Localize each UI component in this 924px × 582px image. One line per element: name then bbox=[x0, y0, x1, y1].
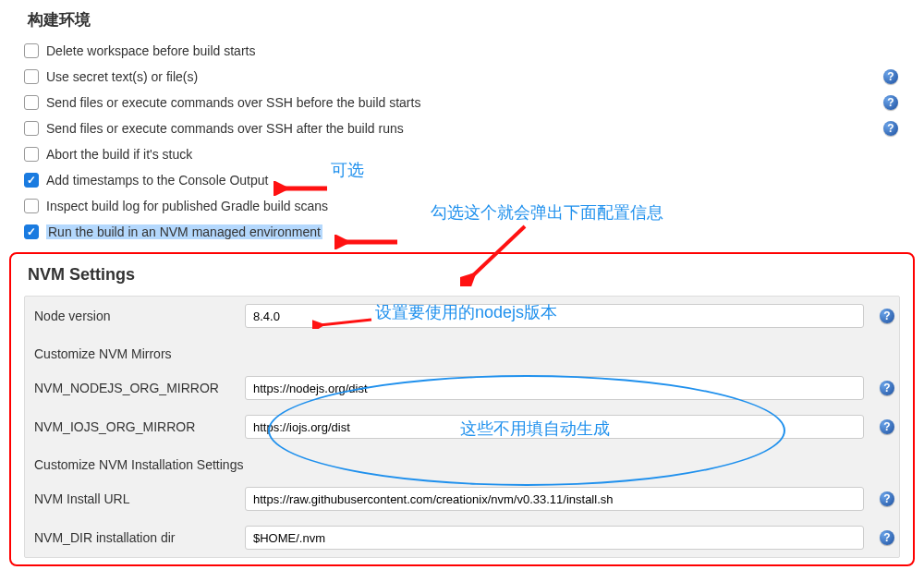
row-customize-mirrors: Customize NVM Mirrors bbox=[25, 335, 899, 369]
option-abort-stuck[interactable]: Abort the build if it's stuck bbox=[24, 141, 900, 167]
option-ssh-after[interactable]: Send files or execute commands over SSH … bbox=[24, 115, 900, 141]
nodejs-mirror-input[interactable] bbox=[245, 376, 864, 400]
node-version-input[interactable] bbox=[245, 304, 864, 328]
build-environment-options: Delete workspace before build starts Use… bbox=[0, 38, 924, 245]
checkbox-icon[interactable] bbox=[24, 199, 39, 213]
checkbox-icon[interactable] bbox=[24, 224, 39, 239]
help-icon[interactable] bbox=[880, 491, 894, 506]
option-nvm-managed[interactable]: Run the build in an NVM managed environm… bbox=[24, 219, 900, 245]
checkbox-icon[interactable] bbox=[24, 69, 39, 84]
field-label: Node version bbox=[34, 309, 245, 323]
checkbox-icon[interactable] bbox=[24, 121, 39, 136]
checkbox-icon[interactable] bbox=[24, 147, 39, 162]
help-icon[interactable] bbox=[880, 530, 894, 545]
option-secret-text[interactable]: Use secret text(s) or file(s) bbox=[24, 64, 900, 90]
row-iojs-mirror: NVM_IOJS_ORG_MIRROR bbox=[25, 407, 899, 446]
row-node-version: Node version bbox=[25, 297, 899, 335]
option-delete-workspace[interactable]: Delete workspace before build starts bbox=[24, 38, 900, 64]
row-customize-install: Customize NVM Installation Settings bbox=[25, 446, 899, 479]
help-icon[interactable] bbox=[880, 419, 894, 434]
checkbox-icon[interactable] bbox=[24, 43, 39, 58]
row-nvm-dir: NVM_DIR installation dir bbox=[25, 518, 899, 557]
option-label: Send files or execute commands over SSH … bbox=[46, 121, 404, 136]
iojs-mirror-input[interactable] bbox=[245, 415, 864, 439]
field-label: NVM_DIR installation dir bbox=[34, 530, 245, 545]
checkbox-icon[interactable] bbox=[24, 95, 39, 110]
option-label: Inspect build log for published Gradle b… bbox=[46, 199, 328, 213]
nvm-settings-panel: NVM Settings Node version Customize NVM … bbox=[9, 252, 915, 566]
nvm-form: Node version Customize NVM Mirrors NVM_N… bbox=[24, 296, 900, 558]
field-label: Customize NVM Installation Settings bbox=[34, 457, 243, 472]
option-label: Send files or execute commands over SSH … bbox=[46, 95, 420, 110]
row-nodejs-mirror: NVM_NODEJS_ORG_MIRROR bbox=[25, 369, 899, 407]
nvm-dir-input[interactable] bbox=[245, 526, 864, 550]
field-label: Customize NVM Mirrors bbox=[34, 346, 172, 361]
help-icon[interactable] bbox=[883, 95, 898, 110]
field-label: NVM_NODEJS_ORG_MIRROR bbox=[34, 381, 245, 395]
option-gradle-scans[interactable]: Inspect build log for published Gradle b… bbox=[24, 193, 900, 219]
option-label: Use secret text(s) or file(s) bbox=[46, 69, 198, 84]
option-label: Delete workspace before build starts bbox=[46, 43, 255, 58]
option-timestamps[interactable]: Add timestamps to the Console Output bbox=[24, 167, 900, 193]
row-install-url: NVM Install URL bbox=[25, 479, 899, 518]
checkbox-icon[interactable] bbox=[24, 173, 39, 188]
option-label: Run the build in an NVM managed environm… bbox=[46, 224, 322, 239]
section-title: 构建环境 bbox=[0, 0, 924, 38]
install-url-input[interactable] bbox=[245, 487, 864, 511]
field-label: NVM_IOJS_ORG_MIRROR bbox=[34, 419, 245, 434]
help-icon[interactable] bbox=[883, 121, 898, 136]
field-label: NVM Install URL bbox=[34, 491, 245, 506]
option-ssh-before[interactable]: Send files or execute commands over SSH … bbox=[24, 90, 900, 115]
help-icon[interactable] bbox=[880, 381, 894, 395]
option-label: Abort the build if it's stuck bbox=[46, 147, 192, 162]
nvm-settings-title: NVM Settings bbox=[24, 265, 900, 285]
help-icon[interactable] bbox=[883, 69, 898, 84]
help-icon[interactable] bbox=[880, 309, 894, 323]
option-label: Add timestamps to the Console Output bbox=[46, 173, 268, 188]
